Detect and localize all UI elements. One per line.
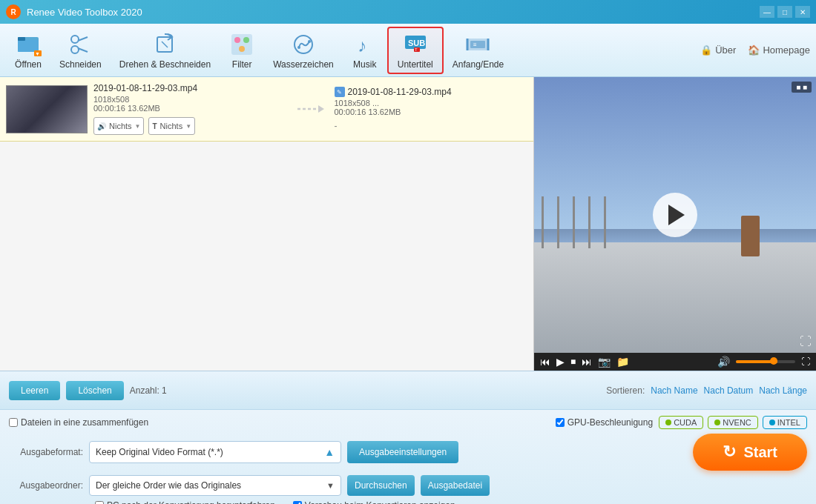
edit-icon: ✎ bbox=[335, 87, 345, 97]
sort-by-date-button[interactable]: Nach Datum bbox=[704, 385, 754, 396]
first-frame-button[interactable]: ⏮ bbox=[540, 356, 550, 368]
bottom-bar: Leeren Löschen Anzahl: 1 Sortieren: Nach… bbox=[0, 371, 816, 409]
scissors-icon bbox=[67, 31, 93, 58]
output-filename: ✎ 2019-01-08-11-29-03.mp4 bbox=[335, 87, 528, 97]
toolbar-item-filter[interactable]: Filter bbox=[220, 28, 264, 73]
subtitle-track-dropdown[interactable]: T Nichts ▼ bbox=[148, 117, 195, 135]
gpu-checkbox[interactable] bbox=[556, 418, 565, 427]
merge-checkbox-item[interactable]: Dateien in eine zusammenfügen bbox=[9, 417, 148, 428]
ueber-button[interactable]: 🔒 Über bbox=[700, 44, 736, 56]
original-filename: 2019-01-08-11-29-03.mp4 bbox=[93, 83, 287, 93]
toolbar-label-anfang-ende: Anfang/Ende bbox=[453, 59, 504, 70]
play-button[interactable] bbox=[653, 193, 697, 237]
toolbar-right: 🔒 Über 🏠 Homepage bbox=[700, 44, 810, 56]
format-select[interactable]: Keep Original Video Format (*.*) ▲ bbox=[89, 441, 341, 463]
video-info-output: ✎ 2019-01-08-11-29-03.mp4 1018x508 ... 0… bbox=[335, 87, 528, 131]
svg-marker-29 bbox=[318, 105, 324, 113]
homepage-button[interactable]: 🏠 Homepage bbox=[748, 44, 810, 56]
trim-icon: ≡ bbox=[464, 31, 491, 58]
last-frame-button[interactable]: ⏭ bbox=[582, 356, 592, 368]
shutdown-checkbox-item[interactable]: PC nach der Konvertierung herunterfahren bbox=[95, 500, 275, 504]
sort-by-length-button[interactable]: Nach Länge bbox=[759, 385, 807, 396]
separator: - bbox=[335, 121, 528, 131]
close-button[interactable]: ✕ bbox=[795, 6, 810, 18]
svg-line-10 bbox=[162, 42, 168, 47]
filter-icon bbox=[228, 31, 255, 58]
sort-by-name-button[interactable]: Nach Name bbox=[651, 385, 697, 396]
svg-text:SUB: SUB bbox=[408, 39, 425, 47]
shutdown-checkbox[interactable] bbox=[95, 501, 104, 504]
video-item: 2019-01-08-11-29-03.mp4 1018x508 00:00:1… bbox=[0, 77, 533, 142]
window-controls: — □ ✕ bbox=[760, 6, 810, 18]
preview-overlay: ■ ■ bbox=[792, 82, 812, 93]
durchsuchen-button[interactable]: Durchsuchen bbox=[347, 475, 415, 496]
svg-rect-1 bbox=[18, 40, 39, 52]
audio-track-dropdown[interactable]: 🔊 Nichts ▼ bbox=[93, 117, 144, 135]
toolbar-label-drehen: Drehen & Beschneiden bbox=[119, 59, 211, 70]
folder-label: Ausgabeordner: bbox=[9, 480, 83, 491]
music-icon: ♪ bbox=[352, 31, 378, 58]
chevron-down-icon: ▼ bbox=[135, 123, 141, 130]
app-title: Renee Video Toolbox 2020 bbox=[27, 7, 760, 18]
toolbar-label-oeffnen: Öffnen bbox=[15, 59, 42, 70]
chevron-down-icon: ▼ bbox=[326, 481, 335, 490]
playback-controls-bar: ⏮ ▶ ■ ⏭ 📷 📁 🔊 ⛶ bbox=[534, 353, 816, 371]
ausgabe-settings-button[interactable]: Ausgabeeinstellungen bbox=[347, 441, 458, 463]
rotate-icon bbox=[151, 31, 178, 58]
settings-panel: Dateien in eine zusammenfügen GPU-Beschl… bbox=[0, 409, 816, 504]
svg-text:▼: ▼ bbox=[35, 51, 40, 56]
refresh-icon: ↻ bbox=[723, 442, 736, 462]
output-resolution: 1018x508 ... bbox=[335, 99, 528, 107]
toolbar-label-schneiden: Schneiden bbox=[59, 59, 102, 70]
start-button[interactable]: ↻ Start bbox=[693, 434, 807, 471]
ausgabedatei-button[interactable]: Ausgabedatei bbox=[421, 475, 490, 496]
preview-checkbox[interactable] bbox=[293, 501, 302, 504]
toolbar-item-anfang-ende[interactable]: ≡ Anfang/Ende bbox=[444, 28, 513, 73]
count-label: Anzahl: 1 bbox=[130, 385, 167, 396]
title-bar: R Renee Video Toolbox 2020 — □ ✕ bbox=[0, 0, 816, 24]
stop-button[interactable]: ■ bbox=[570, 357, 576, 367]
fullscreen-icon[interactable]: ⛶ bbox=[800, 335, 812, 348]
subtitle-icon: SUB T bbox=[402, 31, 429, 58]
toolbar-label-musik: Musik bbox=[353, 59, 376, 70]
merge-checkbox[interactable] bbox=[9, 418, 18, 427]
toolbar-item-drehen[interactable]: Drehen & Beschneiden bbox=[111, 28, 220, 73]
chevron-down-icon: ▼ bbox=[185, 123, 191, 130]
screenshot-button[interactable]: 📷 bbox=[598, 356, 611, 368]
folder-select[interactable]: Der gleiche Order wie das Originales ▼ bbox=[89, 475, 341, 496]
preview-checkbox-item[interactable]: Vorschau beim Konvertieren anzeigen bbox=[293, 500, 455, 504]
toolbar-item-untertitel[interactable]: SUB T Untertitel bbox=[387, 27, 444, 74]
intel-badge: INTEL bbox=[763, 416, 807, 429]
app-logo: R bbox=[6, 4, 21, 19]
leeren-button[interactable]: Leeren bbox=[9, 381, 60, 400]
toolbar-item-wasserzeichen[interactable]: Wasserzeichen bbox=[264, 28, 343, 73]
svg-rect-26 bbox=[470, 41, 485, 48]
expand-icon[interactable]: ⛶ bbox=[801, 357, 810, 367]
folder-button[interactable]: 📁 bbox=[616, 356, 629, 368]
svg-point-17 bbox=[308, 40, 311, 43]
gpu-checkbox-item[interactable]: GPU-Beschleunigung bbox=[556, 417, 653, 428]
toolbar-item-musik[interactable]: ♪ Musik bbox=[343, 28, 387, 73]
minimize-button[interactable]: — bbox=[760, 6, 774, 18]
svg-point-12 bbox=[234, 37, 240, 43]
loeschen-button[interactable]: Löschen bbox=[66, 381, 123, 400]
volume-slider[interactable] bbox=[736, 360, 795, 363]
lock-icon: 🔒 bbox=[700, 44, 712, 56]
svg-text:≡: ≡ bbox=[473, 42, 477, 48]
play-pause-button[interactable]: ▶ bbox=[556, 356, 565, 368]
format-row: Ausgabeformat: Keep Original Video Forma… bbox=[9, 434, 807, 471]
format-label: Ausgabeformat: bbox=[9, 447, 83, 457]
arrow-icon bbox=[293, 100, 329, 118]
video-list-panel: 2019-01-08-11-29-03.mp4 1018x508 00:00:1… bbox=[0, 77, 534, 371]
volume-icon: 🔊 bbox=[717, 356, 730, 368]
original-resolution: 1018x508 bbox=[93, 95, 287, 104]
maximize-button[interactable]: □ bbox=[777, 6, 792, 18]
svg-point-16 bbox=[297, 46, 300, 49]
cuda-badge: CUDA bbox=[659, 416, 703, 429]
video-preview-area[interactable]: ■ ■ ⛶ bbox=[534, 77, 816, 353]
toolbar-item-oeffnen[interactable]: ▼ Öffnen bbox=[6, 28, 50, 73]
video-controls: 🔊 Nichts ▼ T Nichts ▼ bbox=[93, 117, 287, 135]
toolbar-item-schneiden[interactable]: Schneiden bbox=[50, 28, 111, 73]
toolbar-label-wasserzeichen: Wasserzeichen bbox=[273, 59, 334, 70]
watermark-icon bbox=[290, 31, 317, 58]
